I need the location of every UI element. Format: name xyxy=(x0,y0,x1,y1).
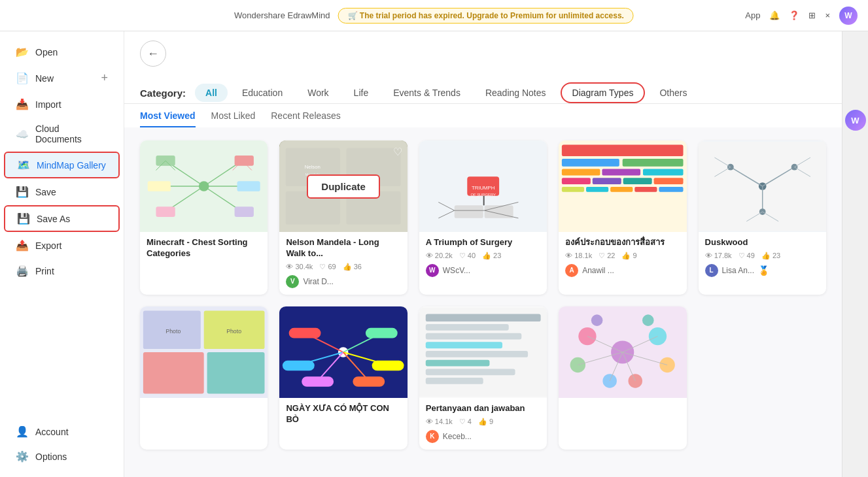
sidebar-item-import[interactable]: 📥 Import xyxy=(4,92,120,116)
svg-rect-38 xyxy=(562,159,619,167)
svg-rect-45 xyxy=(623,178,652,184)
card-title-minecraft: Minecraft - Chest Sorting Categories xyxy=(147,237,261,259)
svg-rect-28 xyxy=(483,196,484,206)
svg-point-102 xyxy=(603,374,617,387)
card-collage[interactable]: Photo Photo xyxy=(140,306,268,450)
tab-recent-releases[interactable]: Recent Releases xyxy=(271,110,341,127)
category-btn-work[interactable]: Work xyxy=(297,84,339,102)
category-btn-education[interactable]: Education xyxy=(232,84,293,102)
card-info-collage xyxy=(140,398,268,413)
save-icon: 💾 xyxy=(16,186,29,198)
card-minecraft[interactable]: Minecraft - Chest Sorting Categories xyxy=(140,140,268,295)
help-icon[interactable]: ❓ xyxy=(789,10,799,20)
category-btn-life[interactable]: Life xyxy=(343,84,379,102)
grid-icon[interactable]: ⊞ xyxy=(808,10,816,20)
svg-rect-86 xyxy=(353,376,385,387)
svg-rect-51 xyxy=(659,187,684,192)
svg-rect-12 xyxy=(235,206,254,217)
card-orgs[interactable]: องค์ประกอบของการสื่อสาร 👁 18.1k ♡ 22 👍 9… xyxy=(559,140,686,295)
svg-rect-70 xyxy=(207,352,265,394)
svg-rect-90 xyxy=(426,333,522,339)
author-name-mandela: Virat D... xyxy=(303,277,333,286)
svg-rect-42 xyxy=(643,169,684,176)
tab-most-viewed[interactable]: Most Viewed xyxy=(140,110,196,127)
sidebar-item-open[interactable]: 📂 Open xyxy=(4,40,120,64)
likes-duskwood: 👍 23 xyxy=(761,252,780,260)
close-icon[interactable]: × xyxy=(825,10,830,20)
card-info-duskwood: Duskwood 👁 17.8k ♡ 49 👍 23 L Lisa An... … xyxy=(699,232,826,284)
trial-banner[interactable]: 🛒 The trial period has expired. Upgrade … xyxy=(338,8,634,24)
tab-most-liked[interactable]: Most Liked xyxy=(211,110,256,127)
svg-point-104 xyxy=(591,314,603,326)
sidebar-item-account[interactable]: 👤 Account xyxy=(4,419,120,444)
svg-rect-82 xyxy=(372,360,404,370)
svg-rect-39 xyxy=(623,159,684,167)
sidebar-open-label: Open xyxy=(35,47,58,58)
hearts-surgery: ♡ 40 xyxy=(459,252,476,260)
card-pertanyaan[interactable]: Pertanyaan dan jawaban 👁 14.1k ♡ 4 👍 9 K… xyxy=(419,306,547,450)
right-panel-avatar[interactable]: W xyxy=(845,110,866,131)
card-title-pertanyaan: Pertanyaan dan jawaban xyxy=(426,403,540,414)
sidebar-options-label: Options xyxy=(35,452,67,462)
user-avatar[interactable]: W xyxy=(839,7,858,25)
likes-mandela: 👍 36 xyxy=(343,263,362,271)
hearts-duskwood: ♡ 49 xyxy=(738,252,755,260)
mindmap-icon: 🗺️ xyxy=(17,159,30,171)
section-header: ← xyxy=(124,31,842,73)
svg-point-103 xyxy=(629,374,642,387)
card-meta-orgs: 👁 18.1k ♡ 22 👍 9 xyxy=(565,252,680,260)
svg-point-101 xyxy=(660,357,675,372)
topbar: Wondershare EdrawMind 🛒 The trial period… xyxy=(0,0,868,31)
author-name-orgs: Anawil ... xyxy=(582,266,614,275)
category-btn-others[interactable]: Others xyxy=(649,84,697,102)
category-btn-diagram[interactable]: Diagram Types xyxy=(561,82,646,103)
category-btn-events[interactable]: Events & Trends xyxy=(383,84,471,102)
svg-rect-46 xyxy=(654,178,684,184)
sidebar: 📂 Open 📄 New + 📥 Import ☁️ Cloud Documen… xyxy=(0,31,124,477)
card-thumb-mandela: Nelson Mandela Duplicate ♡ xyxy=(279,140,407,232)
sidebar-item-print[interactable]: 🖨️ Print xyxy=(4,259,120,283)
svg-point-100 xyxy=(570,357,585,372)
card-duskwood[interactable]: Duskwood 👁 17.8k ♡ 49 👍 23 L Lisa An... … xyxy=(699,140,826,295)
hearts-pertanyaan: ♡ 4 xyxy=(459,418,472,426)
category-bar: Category: All Education Work Life Events… xyxy=(124,73,842,104)
app-button[interactable]: App xyxy=(745,10,760,20)
card-thumb-ngay-xua xyxy=(279,306,407,398)
sidebar-item-mindmap[interactable]: 🗺️ MindMap Gallery xyxy=(4,152,120,178)
card-info-ngay-xua: NGÀY XƯA CÓ MỘT CON BÒ xyxy=(279,398,407,435)
card-ngay-xua[interactable]: NGÀY XƯA CÓ MỘT CON BÒ xyxy=(279,306,407,450)
svg-rect-40 xyxy=(562,169,600,176)
category-btn-all[interactable]: All xyxy=(195,84,228,102)
author-name-pertanyaan: Keceb... xyxy=(443,432,472,441)
sidebar-item-new[interactable]: 📄 New + xyxy=(4,65,120,91)
author-name-duskwood: Lisa An... xyxy=(722,266,754,275)
options-icon: ⚙️ xyxy=(16,450,29,463)
heart-icon[interactable]: ♡ xyxy=(393,146,402,158)
sidebar-item-save[interactable]: 💾 Save xyxy=(4,180,120,204)
svg-text:TRIUMPH: TRIUMPH xyxy=(472,185,495,191)
card-mandela[interactable]: Nelson Mandela Duplicate ♡ Nelson Mandel… xyxy=(279,140,407,295)
sidebar-item-saveas[interactable]: 💾 Save As xyxy=(4,205,120,232)
new-plus-icon[interactable]: + xyxy=(101,71,108,85)
gallery-scroll[interactable]: Minecraft - Chest Sorting Categories Nel… xyxy=(124,127,842,477)
views-pertanyaan: 👁 14.1k xyxy=(426,418,453,425)
author-name-surgery: WScV... xyxy=(443,266,470,275)
duplicate-button[interactable]: Duplicate xyxy=(307,174,380,199)
card-bubbles[interactable] xyxy=(559,306,686,450)
svg-rect-92 xyxy=(426,351,528,357)
card-thumb-pertanyaan xyxy=(419,306,547,398)
card-title-duskwood: Duskwood xyxy=(705,237,820,248)
bell-icon[interactable]: 🔔 xyxy=(769,10,780,20)
sidebar-item-export[interactable]: 📤 Export xyxy=(4,233,120,257)
sidebar-item-options[interactable]: ⚙️ Options xyxy=(4,444,120,469)
card-meta-mandela: 👁 30.4k ♡ 69 👍 36 xyxy=(286,263,400,271)
back-button[interactable]: ← xyxy=(140,41,166,67)
sidebar-item-cloud[interactable]: ☁️ Cloud Documents xyxy=(4,118,120,150)
sidebar-mindmap-label: MindMap Gallery xyxy=(37,160,106,171)
category-btn-reading[interactable]: Reading Notes xyxy=(475,84,557,102)
card-author-surgery: W WScV... xyxy=(426,264,540,277)
svg-rect-47 xyxy=(562,187,584,192)
card-surgery[interactable]: TRIUMPH OF SURGERY xyxy=(419,140,547,295)
svg-rect-9 xyxy=(148,181,171,191)
author-avatar-surgery: W xyxy=(426,264,439,277)
